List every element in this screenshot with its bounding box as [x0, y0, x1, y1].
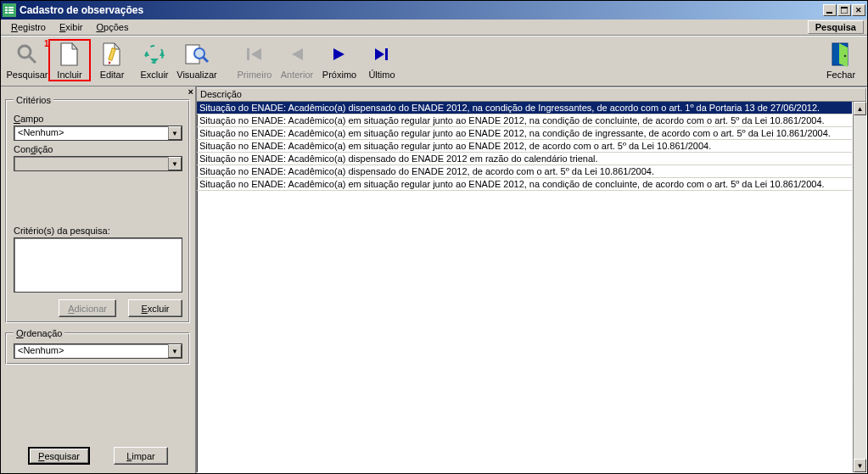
svg-point-10 — [19, 46, 31, 58]
recycle-icon — [141, 41, 168, 68]
grid-header-descricao[interactable]: Descrição — [197, 87, 866, 102]
panel-buttons: Pesquisar Limpar — [1, 447, 195, 465]
table-row[interactable]: Situação no ENADE: Acadêmico(a) em situa… — [197, 178, 852, 191]
chevron-down-icon[interactable]: ▼ — [168, 157, 182, 170]
pesquisar-button[interactable]: Pesquisar — [28, 447, 90, 465]
table-row[interactable]: Situação no ENADE: Acadêmico(a) dispensa… — [197, 153, 852, 165]
excluir-button[interactable]: Excluir — [128, 299, 182, 317]
prev-icon — [283, 41, 311, 68]
chevron-down-icon[interactable]: ▼ — [168, 344, 182, 358]
table-row[interactable]: Situação no ENADE: Acadêmico(a) em situa… — [197, 127, 852, 140]
svg-rect-5 — [8, 9, 14, 11]
window-title: Cadastro de observações — [20, 4, 823, 16]
tool-incluir[interactable]: 1 Incluir — [48, 39, 91, 81]
svg-line-11 — [29, 56, 36, 63]
minimize-button[interactable] — [823, 4, 837, 16]
svg-rect-9 — [841, 7, 848, 8]
campo-label: Campo — [14, 114, 182, 124]
svg-rect-2 — [5, 9, 8, 11]
menu-pesquisa-button[interactable]: Pesquisa — [808, 20, 864, 34]
tool-excluir[interactable]: Excluir — [133, 39, 176, 81]
criterios-legend: Critérios — [14, 95, 53, 105]
tool-proximo[interactable]: Próximo — [318, 39, 361, 81]
table-row[interactable]: Situação do ENADE: Acadêmico(a) dispensa… — [197, 102, 852, 114]
edit-page-icon — [98, 41, 126, 68]
svg-marker-23 — [251, 48, 261, 60]
menu-exibir[interactable]: Exibir — [53, 20, 90, 34]
magnify-page-icon — [183, 41, 210, 68]
condicao-combo[interactable]: ▼ — [14, 156, 182, 171]
condicao-value — [14, 157, 168, 170]
ordenacao-group: Ordenação <Nenhum> ▼ — [6, 328, 190, 365]
menu-opcoes[interactable]: Opções — [90, 20, 136, 34]
maximize-button[interactable] — [837, 4, 851, 16]
scroll-down-button[interactable]: ▼ — [854, 459, 866, 472]
svg-line-21 — [203, 57, 208, 62]
svg-rect-6 — [8, 12, 14, 14]
svg-rect-7 — [826, 12, 832, 14]
ordenacao-value: <Nenhum> — [14, 344, 168, 358]
svg-point-30 — [844, 55, 847, 58]
adicionar-button[interactable]: Adicionar — [59, 299, 116, 317]
first-icon — [241, 41, 268, 68]
criteria-panel: × Critérios Campo <Nenhum> ▼ Condição ▼ … — [1, 86, 196, 473]
app-icon — [3, 3, 16, 17]
tool-ultimo[interactable]: Último — [361, 39, 403, 81]
criterios-group: Critérios Campo <Nenhum> ▼ Condição ▼ Cr… — [6, 95, 190, 323]
tool-anterior[interactable]: Anterior — [276, 39, 318, 81]
svg-marker-26 — [375, 48, 384, 60]
titlebar: Cadastro de observações ✕ — [1, 1, 867, 20]
campo-combo[interactable]: <Nenhum> ▼ — [14, 125, 182, 141]
chevron-down-icon[interactable]: ▼ — [168, 126, 182, 140]
tool-primeiro[interactable]: Primeiro — [233, 39, 276, 81]
magnifier-icon — [14, 41, 41, 68]
last-icon — [368, 41, 395, 68]
close-button[interactable]: ✕ — [852, 4, 865, 16]
main-content: × Critérios Campo <Nenhum> ▼ Condição ▼ … — [1, 86, 867, 473]
scroll-up-button[interactable]: ▲ — [854, 102, 866, 115]
svg-rect-22 — [247, 48, 249, 60]
svg-rect-27 — [385, 48, 388, 60]
campo-value: <Nenhum> — [14, 126, 168, 140]
tool-editar[interactable]: Editar — [91, 39, 133, 81]
door-icon — [827, 41, 854, 68]
results-grid: Descrição Situação do ENADE: Acadêmico(a… — [196, 86, 867, 473]
tool-fechar[interactable]: Fechar — [820, 39, 862, 81]
panel-close-icon[interactable]: × — [188, 86, 193, 97]
svg-rect-4 — [8, 7, 14, 8]
svg-marker-24 — [292, 48, 303, 60]
table-row[interactable]: Situação no ENADE: Acadêmico(a) em situa… — [197, 140, 852, 153]
next-icon — [326, 41, 353, 68]
criterios-pesquisa-label: Critério(s) da pesquisa: — [14, 226, 182, 236]
table-row[interactable]: Situação no ENADE: Acadêmico(a) em situa… — [197, 114, 852, 127]
table-row[interactable]: Situação no ENADE: Acadêmico(a) dispensa… — [197, 165, 852, 178]
window-controls: ✕ — [823, 4, 865, 16]
tool-pesquisar[interactable]: Pesquisar — [6, 39, 48, 81]
criterios-pesquisa-list[interactable] — [14, 237, 182, 293]
svg-marker-13 — [72, 43, 77, 49]
vertical-scrollbar[interactable]: ▲ ▼ — [853, 102, 866, 472]
callout-1: 1 — [44, 39, 49, 48]
svg-marker-15 — [115, 43, 120, 49]
svg-rect-3 — [5, 12, 8, 14]
condicao-label: Condição — [14, 144, 182, 154]
toolbar: Pesquisar 1 Incluir Editar Excluir Visua… — [1, 36, 867, 86]
ordenacao-combo[interactable]: <Nenhum> ▼ — [14, 343, 182, 359]
svg-marker-25 — [333, 48, 344, 60]
limpar-button[interactable]: Limpar — [114, 447, 168, 465]
tool-visualizar[interactable]: Visualizar — [176, 39, 218, 81]
scroll-track[interactable] — [854, 115, 866, 459]
svg-rect-1 — [5, 7, 8, 8]
new-page-icon — [56, 41, 83, 68]
menubar: Registro Exibir Opções Pesquisa — [1, 20, 867, 36]
menu-registro[interactable]: Registro — [4, 20, 53, 34]
ordenacao-legend: Ordenação — [14, 328, 64, 338]
grid-body[interactable]: Situação do ENADE: Acadêmico(a) dispensa… — [197, 102, 866, 472]
